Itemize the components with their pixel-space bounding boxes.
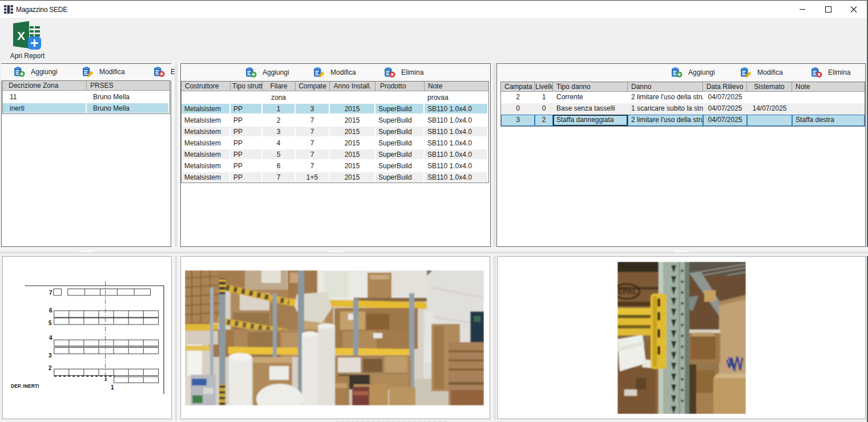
svg-text:6: 6 <box>49 307 53 314</box>
svg-text:1: 1 <box>111 384 114 391</box>
svg-text:5: 5 <box>49 320 52 326</box>
svg-text:4: 4 <box>49 335 53 341</box>
svg-text:2: 2 <box>49 365 52 371</box>
svg-text:X: X <box>17 29 25 42</box>
svg-text:7: 7 <box>49 290 53 296</box>
svg-text:1: 1 <box>104 376 107 382</box>
svg-text:3: 3 <box>49 352 52 359</box>
svg-text:EPAL: EPAL <box>617 287 637 296</box>
svg-text:DEP. INERTI: DEP. INERTI <box>11 383 39 389</box>
